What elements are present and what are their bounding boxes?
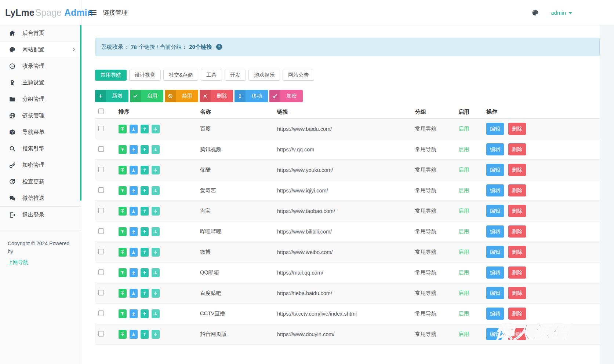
move-bottom-button[interactable] [130,207,138,216]
tab-网站公告[interactable]: 网站公告 [283,70,314,81]
tab-常用导航[interactable]: 常用导航 [95,70,127,81]
move-down-button[interactable] [152,330,160,339]
move-bottom-button[interactable] [130,125,138,133]
move-up-button[interactable] [141,145,149,154]
delete-button[interactable]: 删除 [508,225,526,238]
row-checkbox[interactable] [98,269,104,275]
move-top-button[interactable] [119,166,127,174]
move-down-button[interactable] [152,289,160,298]
move-up-button[interactable] [141,330,149,339]
move-bottom-button[interactable] [130,309,138,318]
sidebar-item-wechat[interactable]: 微信推送 [0,190,81,206]
sidebar-item-logout[interactable]: 退出登录 [0,206,81,223]
delete-button[interactable]: 删除 [200,90,233,102]
move-down-button[interactable] [152,166,160,174]
edit-button[interactable]: 编辑 [486,308,504,320]
edit-button[interactable]: 编辑 [486,123,504,135]
row-checkbox[interactable] [98,187,104,193]
move-down-button[interactable] [152,125,160,133]
row-checkbox[interactable] [98,310,104,316]
delete-button[interactable]: 删除 [508,266,526,279]
delete-button[interactable]: 删除 [508,328,526,340]
row-checkbox[interactable] [98,290,104,295]
delete-button[interactable]: 删除 [508,205,526,217]
question-circle-icon[interactable]: ? [216,44,222,50]
sidebar-item-search[interactable]: 搜索引擎 [0,140,81,157]
move-up-button[interactable] [141,207,149,216]
move-top-button[interactable] [119,248,127,257]
delete-button[interactable]: 删除 [508,164,526,176]
edit-button[interactable]: 编辑 [486,266,504,279]
row-checkbox[interactable] [98,146,104,152]
move-down-button[interactable] [152,248,160,257]
tab-设计视觉[interactable]: 设计视觉 [129,70,161,81]
row-checkbox[interactable] [98,208,104,213]
sidebar-item-home[interactable]: 后台首页 [0,25,81,41]
row-checkbox[interactable] [98,228,104,234]
move-down-button[interactable] [152,268,160,277]
delete-button[interactable]: 删除 [508,184,526,196]
user-dropdown[interactable]: admin [551,10,572,16]
move-top-button[interactable] [119,125,127,133]
sidebar-item-palette[interactable]: 网站配置 [0,41,81,58]
move-down-button[interactable] [152,309,160,318]
edit-button[interactable]: 编辑 [486,184,504,196]
move-up-button[interactable] [141,125,149,133]
move-bottom-button[interactable] [130,289,138,298]
sidebar-item-update[interactable]: 检查更新 [0,173,81,190]
move-top-button[interactable] [119,330,127,339]
edit-button[interactable]: 编辑 [486,287,504,299]
move-down-button[interactable] [152,227,160,236]
move-bottom-button[interactable] [130,145,138,154]
sidebar-item-globe[interactable]: 链接管理 [0,107,81,124]
move-top-button[interactable] [119,145,127,154]
edit-button[interactable]: 编辑 [486,246,504,258]
sidebar-item-cube[interactable]: 导航菜单 [0,124,81,140]
move-top-button[interactable] [119,289,127,298]
hamburger-icon[interactable] [89,10,97,15]
move-up-button[interactable] [141,166,149,174]
edit-button[interactable]: 编辑 [486,164,504,176]
sidebar-item-folder[interactable]: 分组管理 [0,91,81,107]
move-button[interactable]: 移动 [235,90,268,102]
tab-游戏娱乐[interactable]: 游戏娱乐 [248,70,280,81]
edit-button[interactable]: 编辑 [486,328,504,340]
add-button[interactable]: 新增 [95,90,128,102]
enable-button[interactable]: 启用 [130,90,163,102]
tab-开发[interactable]: 开发 [225,70,246,81]
copyright-link[interactable]: 上网导航 [8,258,28,266]
row-checkbox[interactable] [98,126,104,131]
sidebar-scrollbar[interactable] [80,25,81,201]
move-down-button[interactable] [152,145,160,154]
row-checkbox[interactable] [98,167,104,172]
move-bottom-button[interactable] [130,227,138,236]
delete-button[interactable]: 删除 [508,246,526,258]
edit-button[interactable]: 编辑 [486,205,504,217]
move-bottom-button[interactable] [130,268,138,277]
palette-icon[interactable] [531,9,539,16]
delete-button[interactable]: 删除 [508,287,526,299]
edit-button[interactable]: 编辑 [486,143,504,155]
delete-button[interactable]: 删除 [508,123,526,135]
move-top-button[interactable] [119,227,127,236]
move-up-button[interactable] [141,248,149,257]
move-up-button[interactable] [141,289,149,298]
move-bottom-button[interactable] [130,186,138,195]
move-up-button[interactable] [141,309,149,318]
move-up-button[interactable] [141,227,149,236]
tab-社交&存储[interactable]: 社交&存储 [163,70,198,81]
row-checkbox[interactable] [98,331,104,337]
sidebar-item-award[interactable]: 主题设置 [0,74,81,91]
sidebar-item-link[interactable]: 收录管理 [0,58,81,74]
move-bottom-button[interactable] [130,330,138,339]
move-top-button[interactable] [119,186,127,195]
select-all-checkbox[interactable] [98,109,104,114]
move-up-button[interactable] [141,268,149,277]
encrypt-button[interactable]: 加密 [269,90,303,102]
move-top-button[interactable] [119,268,127,277]
tab-工具[interactable]: 工具 [201,70,222,81]
disable-button[interactable]: 禁用 [165,90,198,102]
sidebar-item-key[interactable]: 加密管理 [0,157,81,173]
move-down-button[interactable] [152,186,160,195]
edit-button[interactable]: 编辑 [486,225,504,238]
